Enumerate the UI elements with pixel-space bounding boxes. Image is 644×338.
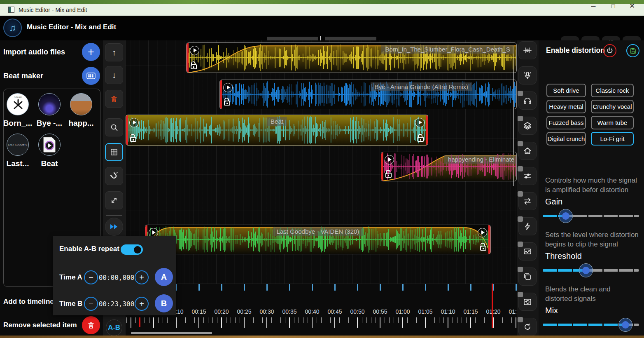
file-thumbnail-lastgoodbye[interactable]: LAST GOODBYE: [7, 134, 29, 156]
horizontal-scrollbar[interactable]: [131, 332, 212, 334]
import-audio-button[interactable]: +: [82, 43, 100, 61]
clip-beat[interactable]: Beat: [126, 115, 428, 146]
time-a-increase-button[interactable]: +: [135, 270, 149, 284]
trash-icon: [87, 321, 95, 329]
lock-icon[interactable]: [385, 173, 392, 178]
swap-button[interactable]: [518, 192, 537, 210]
play-icon[interactable]: [478, 228, 487, 237]
ab-repeat-button[interactable]: A-B: [106, 319, 122, 336]
lock-icon[interactable]: [224, 101, 230, 106]
ab-repeat-toggle[interactable]: [121, 244, 143, 255]
clip-right-handle[interactable]: [426, 115, 428, 145]
move-down-button[interactable]: ↓: [105, 66, 123, 84]
clip-last-goodbye[interactable]: Last Goodbye - VAIDEN (320): [145, 225, 491, 254]
distortion-power-button[interactable]: [603, 44, 616, 57]
preset-lofi-grit[interactable]: Lo-Fi grit: [591, 132, 634, 146]
layers-button[interactable]: [518, 117, 537, 135]
distortion-presets: Soft drive Classic rock Heavy metal Crun…: [546, 84, 634, 146]
file-thumbnail-born[interactable]: FLORA CASH: [7, 93, 29, 115]
slider-thumb[interactable]: [618, 318, 632, 332]
trash-icon: [110, 95, 118, 103]
mix-slider[interactable]: [543, 324, 639, 326]
duplicate-button[interactable]: [518, 268, 537, 286]
trim-tool-button[interactable]: [518, 41, 537, 59]
preset-warm-tube[interactable]: Warm tube: [591, 116, 634, 129]
time-a-decrease-button[interactable]: −: [84, 270, 98, 284]
bolt-button[interactable]: [518, 217, 537, 235]
lock-icon[interactable]: [418, 137, 424, 142]
clip-happyending[interactable]: happyending - Eliminate: [381, 152, 517, 181]
lock-icon[interactable]: [480, 246, 486, 251]
time-b-label: Time B: [59, 300, 82, 308]
slider-thumb[interactable]: [579, 263, 593, 277]
clip-left-handle[interactable]: [381, 152, 383, 181]
set-marker-a-button[interactable]: A: [155, 268, 173, 286]
clip-left-handle[interactable]: [126, 115, 128, 145]
move-up-button[interactable]: ↑: [105, 43, 123, 61]
headphones-button[interactable]: [518, 92, 537, 110]
lock-icon[interactable]: [191, 64, 197, 69]
preset-fuzzed-bass[interactable]: Fuzzed bass: [546, 116, 586, 129]
save-icon: [630, 47, 637, 54]
toggle-badge: [518, 292, 523, 297]
time-b-decrease-button[interactable]: −: [84, 297, 98, 311]
fast-forward-button[interactable]: [105, 218, 123, 236]
end-marker-line[interactable]: [492, 284, 493, 328]
magnet-snap-button[interactable]: [105, 167, 123, 185]
clip-left-handle[interactable]: [220, 80, 222, 109]
play-icon[interactable]: [129, 118, 139, 127]
beat-maker-button[interactable]: [82, 67, 100, 85]
sliders-button[interactable]: [518, 167, 537, 185]
delete-clip-button[interactable]: [105, 90, 123, 108]
preset-digital-crunch[interactable]: Digital crunch: [546, 132, 586, 146]
wave-chart-button[interactable]: [518, 242, 537, 261]
toggle-badge: [518, 216, 523, 222]
clip-left-handle[interactable]: [187, 43, 189, 73]
close-button[interactable]: ✕: [623, 0, 642, 12]
capture-rotate-button[interactable]: [518, 293, 537, 311]
mic-effect-icon: [523, 71, 532, 80]
preset-crunchy-vocal[interactable]: Crunchy vocal: [591, 100, 634, 113]
desktop-background-bottom: [0, 336, 644, 338]
preset-soft-drive[interactable]: Soft drive: [546, 84, 586, 97]
threshold-label: Threshold: [545, 251, 582, 261]
toolbar-divider: [106, 215, 122, 216]
play-icon[interactable]: [223, 83, 233, 92]
import-audio-label: Import audio files: [3, 48, 65, 56]
minimize-button[interactable]: ─: [584, 0, 603, 12]
play-icon[interactable]: [415, 118, 425, 127]
preset-heavy-metal[interactable]: Heavy metal: [546, 100, 586, 113]
clip-right-handle[interactable]: [488, 225, 490, 254]
slider-thumb[interactable]: [559, 209, 573, 223]
clip-bye-ariana-grande[interactable]: Bye - Ariana Grande (Altre Remix): [219, 80, 517, 109]
distortion-title: Enable distortion: [546, 46, 605, 55]
lock-icon[interactable]: [130, 137, 136, 142]
toggle-knob: [134, 246, 141, 254]
expand-button[interactable]: [105, 191, 123, 209]
time-a-value: 00:00,000: [98, 274, 135, 282]
time-b-increase-button[interactable]: +: [135, 297, 149, 311]
distortion-save-button[interactable]: [626, 44, 639, 57]
remove-selected-button[interactable]: [82, 316, 100, 334]
playhead-tick[interactable]: [139, 317, 140, 327]
gain-slider[interactable]: [543, 215, 639, 217]
svg-text:FLORA CASH: FLORA CASH: [14, 96, 22, 98]
gain-label: Gain: [545, 197, 562, 207]
threshold-slider[interactable]: [543, 269, 639, 272]
set-marker-b-button[interactable]: B: [155, 294, 173, 312]
mic-effect-button[interactable]: [518, 66, 537, 84]
home-button[interactable]: [518, 142, 537, 160]
file-thumbnail-beat[interactable]: [38, 134, 61, 156]
file-thumbnail-happyending[interactable]: [70, 93, 92, 115]
refresh-button[interactable]: [518, 318, 537, 336]
zoom-search-button[interactable]: [105, 118, 123, 136]
timeline-area[interactable]: Born_In_The_Slumber_Flora_Cash_Death_S B…: [126, 40, 517, 336]
maximize-button[interactable]: □: [604, 0, 623, 12]
play-icon[interactable]: [190, 46, 199, 55]
timeline-tracks[interactable]: Born_In_The_Slumber_Flora_Cash_Death_S B…: [126, 40, 517, 284]
file-thumbnail-bye[interactable]: [38, 93, 61, 115]
preset-classic-rock[interactable]: Classic rock: [591, 84, 634, 97]
play-icon[interactable]: [385, 155, 394, 164]
clip-born-in-the-slumber[interactable]: Born_In_The_Slumber_Flora_Cash_Death_S: [186, 42, 517, 73]
grid-snap-button[interactable]: [105, 143, 123, 161]
